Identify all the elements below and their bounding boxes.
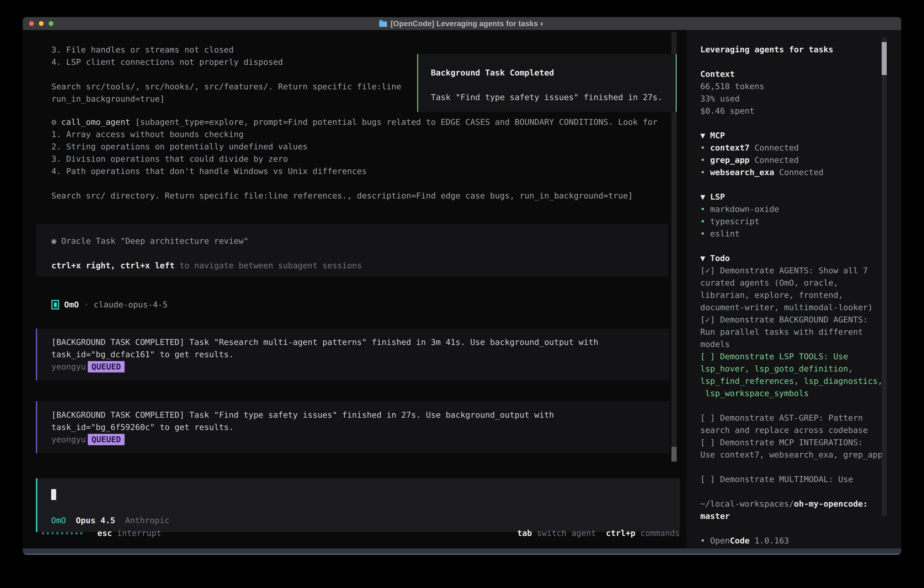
text-line: task_id="bg_6f59260c" to get results.: [51, 421, 670, 433]
text-token: [596, 529, 606, 538]
close-button[interactable]: [29, 21, 34, 26]
text-token: 33% used: [700, 94, 739, 103]
text-token: 3. Division operations that could divide…: [51, 154, 288, 164]
text-token: [ ] Demonstrate AST-GREP: Pattern: [700, 413, 863, 423]
agent-header-text: OmO · claude-opus-4-5: [64, 299, 168, 311]
text-token: ctrl+p: [606, 529, 635, 538]
text-token: esc: [97, 529, 112, 538]
text-token: •: [700, 155, 710, 165]
text-token: •: [700, 536, 710, 545]
text-token: •: [700, 143, 710, 152]
toast-title: Background Task Completed: [431, 67, 676, 79]
traffic-lights: [29, 21, 53, 26]
text-token: lsp_hover, lsp_goto_definition,: [700, 364, 853, 373]
sidebar-scrollbar[interactable]: [882, 38, 887, 516]
text-token: Open: [710, 536, 730, 545]
text-line: [BACKGROUND TASK COMPLETED] Task "Resear…: [51, 336, 670, 349]
text-line: 4. LSP client connections not properly d…: [51, 56, 401, 68]
text-line: run_in_background=true]: [51, 93, 401, 105]
toast-notification[interactable]: Background Task Completed Task "Find typ…: [417, 54, 676, 112]
sidebar-scrollbar-thumb[interactable]: [882, 42, 887, 75]
text-token: [ ] Demonstrate MULTIMODAL: Use: [700, 474, 853, 484]
text-line: • websearch_exa Connected: [700, 166, 897, 178]
text-line: • grep_app Connected: [700, 154, 897, 166]
main-panel: 3. File handles or streams not closed4. …: [23, 30, 686, 548]
spinner-dot: [56, 532, 58, 534]
text-line: [51, 177, 658, 190]
text-line: lsp_find_references, lsp_diagnostics,: [700, 375, 897, 387]
text-token: Context: [700, 69, 735, 79]
text-token: 2. String operations on potentially unde…: [51, 142, 308, 151]
text-line: 1. Array access without bounds checking: [51, 128, 658, 140]
text-line: 2. String operations on potentially unde…: [51, 140, 658, 153]
text-line: [✓] Demonstrate BACKGROUND AGENTS:: [700, 314, 897, 326]
text-token: ⚙: [51, 117, 61, 127]
text-token: eslint: [710, 229, 739, 238]
model-info-line: OmO Opus 4.5 Anthropic: [51, 514, 169, 527]
text-line: [700, 178, 897, 191]
text-line: [ ] Demonstrate LSP TOOLS: Use: [700, 350, 897, 363]
text-line: 66,518 tokens: [700, 80, 897, 92]
text-token: Run parallel tasks with different: [700, 327, 863, 337]
text-token: master: [700, 511, 730, 521]
text-line: Search src/ directory. Return specific f…: [51, 190, 658, 202]
text-line: 3. File handles or streams not closed: [51, 44, 401, 56]
text-token: ·: [79, 300, 94, 309]
text-line: 4. Path operations that don't handle Win…: [51, 165, 658, 177]
section-toggle[interactable]: ▼ MCP: [700, 129, 897, 142]
text-token: search and replace across codebase: [700, 425, 868, 435]
text-line: lsp_hover, lsp_goto_definition,: [700, 363, 897, 375]
text-line: Search src/tools/, src/hooks/, src/featu…: [51, 81, 401, 93]
text-line: [ ] Demonstrate AST-GREP: Pattern: [700, 412, 897, 424]
status-bar: esc interrupt tab switch agent ctrl+p co…: [23, 527, 680, 539]
text-token: oh-my-opencode:: [794, 499, 868, 509]
text-line: document-writer, multimodal-looker): [700, 301, 897, 314]
text-token: [ ] Demonstrate MCP INTEGRATIONS:: [700, 438, 863, 447]
prompt-input[interactable]: OmO Opus 4.5 Anthropic: [36, 478, 680, 532]
text-token: •: [700, 229, 710, 238]
text-token: interrupt: [112, 529, 162, 538]
text-token: commands: [635, 529, 680, 538]
text-line: [ ] Demonstrate MCP INTEGRATIONS:: [700, 436, 897, 449]
text-line: [700, 486, 897, 498]
text-line: [700, 461, 897, 473]
main-scrollbar-thumb[interactable]: [672, 447, 676, 462]
text-token: Connected: [750, 143, 799, 152]
text-token: Connected: [774, 168, 823, 177]
text-line: [700, 56, 897, 68]
zoom-button[interactable]: [49, 21, 53, 26]
section-toggle[interactable]: ▼ Todo: [700, 252, 897, 264]
text-line: curated agents (OmO, oracle,: [700, 277, 897, 289]
status-right-hints: tab switch agent ctrl+p commands: [517, 527, 680, 539]
text-line: [ ] Demonstrate MULTIMODAL: Use: [700, 473, 897, 486]
text-token: [BACKGROUND TASK COMPLETED] Task "Find t…: [51, 410, 554, 420]
text-token: Leveraging agents for tasks: [700, 45, 833, 54]
spinner-dot: [80, 532, 82, 534]
folder-icon: [379, 21, 387, 27]
text-line: • OpenCode 1.0.163: [700, 535, 897, 547]
omo-agent-icon: [51, 300, 59, 309]
text-line: Leveraging agents for tasks: [700, 43, 897, 56]
text-token: Use context7, websearch_exa, grep_app: [700, 450, 883, 459]
text-line: models: [700, 338, 897, 350]
background-task-message: [BACKGROUND TASK COMPLETED] Task "Find t…: [36, 401, 670, 453]
text-token: Code: [730, 536, 750, 545]
text-line: [BACKGROUND TASK COMPLETED] Task "Find t…: [51, 409, 670, 421]
text-line: task_id="bg_dcfac161" to get results.: [51, 349, 670, 361]
text-token: lsp_workspace_symbols: [700, 388, 809, 398]
title-wrap: [OpenCode] Leveraging agents for tasks ◐: [379, 19, 544, 28]
text-line: librarian, explore, frontend,: [700, 289, 897, 301]
text-line: OmO · claude-opus-4-5: [64, 299, 168, 311]
text-line: $0.46 spent: [700, 105, 897, 117]
text-token: Opus 4.5: [66, 516, 115, 525]
text-line: Use context7, websearch_exa, grep_app: [700, 449, 897, 461]
minimize-button[interactable]: [39, 21, 44, 26]
text-token: lsp_find_references, lsp_diagnostics,: [700, 376, 883, 386]
text-token: tab: [517, 529, 532, 538]
text-line: lsp_workspace_symbols: [700, 387, 897, 400]
titlebar[interactable]: [OpenCode] Leveraging agents for tasks ◐: [23, 17, 901, 30]
call-omo-agent-block: ⚙ call_omo_agent [subagent_type=explore,…: [51, 116, 658, 202]
text-line: [700, 117, 897, 129]
section-toggle[interactable]: ▼ LSP: [700, 191, 897, 203]
text-token: •: [700, 217, 710, 226]
